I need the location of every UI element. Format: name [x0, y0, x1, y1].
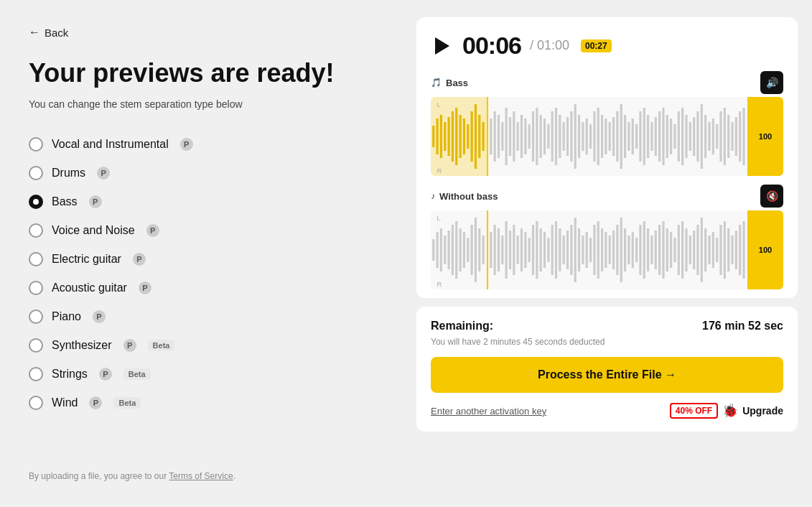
svg-rect-126 [593, 225, 595, 275]
svg-rect-142 [655, 231, 657, 269]
svg-rect-46 [609, 122, 611, 151]
svg-rect-5 [447, 117, 449, 156]
stem-item-vocal-instrumental[interactable]: Vocal and InstrumentalP [29, 131, 373, 157]
svg-rect-23 [521, 115, 523, 158]
svg-rect-105 [513, 225, 515, 275]
pro-badge-synthesizer: P [123, 339, 136, 352]
stem-item-strings[interactable]: StringsPBeta [29, 361, 373, 387]
stem-item-electric-guitar[interactable]: Electric guitarP [29, 246, 373, 272]
radio-acoustic-guitar [29, 281, 43, 295]
time-marker: 00:27 [581, 39, 612, 52]
svg-rect-162 [731, 236, 733, 264]
stem-item-drums[interactable]: DrumsP [29, 160, 373, 186]
svg-rect-17 [498, 115, 500, 158]
stem-label-synthesizer: Synthesizer [52, 339, 112, 352]
svg-rect-121 [574, 218, 577, 282]
svg-rect-18 [501, 122, 503, 151]
svg-rect-129 [605, 232, 607, 268]
stem-item-voice-noise[interactable]: Voice and NoiseP [29, 218, 373, 243]
svg-rect-104 [509, 231, 511, 269]
svg-rect-155 [704, 228, 706, 271]
bass-waveform: L R 100 [431, 97, 783, 176]
svg-rect-73 [712, 118, 714, 154]
stem-label-acoustic-guitar: Acoustic guitar [52, 282, 127, 294]
svg-rect-89 [447, 231, 449, 269]
remaining-label: Remaining: [431, 320, 493, 332]
svg-text:R: R [437, 167, 442, 175]
without-bass-track-header: ♪ Without bass 🔇 [431, 185, 783, 208]
without-bass-volume-box: 100 [747, 210, 783, 289]
svg-rect-88 [444, 236, 446, 264]
remaining-time: 176 min 52 sec [702, 320, 783, 332]
stem-item-acoustic-guitar[interactable]: Acoustic guitarP [29, 275, 373, 301]
svg-rect-144 [662, 221, 664, 279]
svg-rect-53 [635, 124, 638, 149]
svg-rect-111 [536, 221, 538, 279]
svg-rect-12 [475, 104, 477, 169]
svg-rect-29 [543, 118, 546, 154]
without-bass-waveform-svg: L R [431, 210, 783, 289]
svg-rect-20 [509, 117, 511, 156]
svg-rect-40 [586, 118, 588, 154]
bass-volume-button[interactable]: 🔊 [760, 71, 783, 94]
svg-rect-6 [452, 111, 454, 162]
svg-rect-101 [498, 228, 500, 271]
back-arrow-icon: ← [29, 26, 40, 39]
play-button[interactable] [431, 34, 454, 57]
svg-text:R: R [437, 281, 442, 288]
radio-drums [29, 166, 43, 180]
svg-rect-48 [616, 111, 618, 162]
svg-rect-10 [467, 124, 469, 149]
without-bass-track-icon: ♪ [431, 191, 435, 201]
svg-rect-74 [716, 124, 718, 149]
svg-rect-47 [612, 117, 615, 156]
svg-rect-86 [436, 232, 438, 268]
svg-rect-33 [559, 115, 561, 158]
svg-rect-138 [639, 225, 641, 275]
stem-label-voice-noise: Voice and Noise [52, 224, 135, 237]
svg-rect-90 [452, 225, 454, 275]
pro-badge-voice-noise: P [146, 224, 159, 237]
svg-rect-149 [681, 221, 683, 279]
svg-rect-61 [666, 115, 668, 158]
back-link[interactable]: ← Back [29, 26, 373, 39]
svg-rect-58 [655, 117, 657, 156]
remaining-sub: You will have 2 minutes 45 seconds deduc… [431, 337, 783, 347]
discount-badge: 40% OFF [670, 403, 718, 419]
svg-rect-146 [670, 232, 672, 268]
without-bass-volume-button[interactable]: 🔇 [760, 185, 783, 208]
svg-rect-30 [547, 124, 549, 149]
remaining-card: Remaining: 176 min 52 sec You will have … [416, 307, 798, 432]
svg-rect-75 [719, 111, 722, 162]
stem-item-bass[interactable]: BassP [29, 189, 373, 215]
svg-rect-78 [731, 122, 733, 151]
player-header: 00:06 / 01:00 00:27 [431, 32, 783, 60]
without-bass-track-name: ♪ Without bass [431, 191, 498, 202]
stem-item-piano[interactable]: PianoP [29, 304, 373, 330]
svg-rect-96 [475, 218, 477, 282]
terms-link[interactable]: Terms of Service [169, 471, 233, 481]
pro-badge-drums: P [97, 167, 110, 180]
process-button[interactable]: Process the Entire File → [431, 357, 783, 393]
svg-rect-57 [650, 122, 653, 151]
svg-text:L: L [437, 215, 441, 222]
svg-rect-44 [601, 115, 603, 158]
svg-rect-130 [609, 236, 611, 264]
svg-rect-45 [605, 118, 607, 154]
stem-list: Vocal and InstrumentalPDrumsPBassPVoice … [29, 131, 373, 416]
upgrade-right: 40% OFF 🐞 Upgrade [670, 403, 783, 419]
stem-item-wind[interactable]: WindPBeta [29, 390, 373, 416]
svg-rect-112 [540, 228, 542, 271]
activation-key-link[interactable]: Enter another activation key [431, 406, 546, 417]
svg-rect-164 [739, 225, 741, 275]
radio-piano [29, 310, 43, 324]
upgrade-link[interactable]: Upgrade [742, 405, 783, 417]
page-subtitle: You can change the stem separation type … [29, 98, 373, 112]
remaining-row: Remaining: 176 min 52 sec [431, 320, 783, 332]
svg-rect-49 [620, 104, 622, 169]
stem-item-synthesizer[interactable]: SynthesizerPBeta [29, 332, 373, 358]
stem-label-electric-guitar: Electric guitar [52, 253, 121, 266]
svg-rect-43 [597, 108, 599, 165]
svg-rect-113 [543, 232, 546, 268]
svg-rect-100 [494, 225, 496, 275]
